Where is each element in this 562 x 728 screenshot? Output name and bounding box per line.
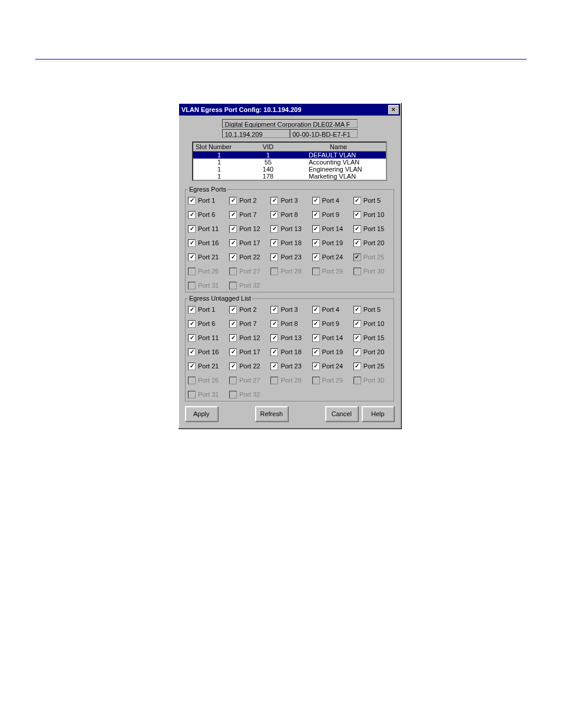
egress-port-14[interactable]: Port 14 [312, 223, 350, 234]
egress-port-5[interactable]: Port 5 [353, 195, 391, 206]
egress-port-15-checkbox[interactable] [353, 225, 361, 233]
egress-port-9[interactable]: Port 9 [312, 209, 350, 220]
egress-port-23[interactable]: Port 23 [270, 252, 308, 262]
egress-port-16[interactable]: Port 16 [188, 238, 226, 248]
apply-button[interactable]: Apply [185, 406, 218, 421]
egress-port-19[interactable]: Port 19 [312, 238, 350, 248]
vlan-list[interactable]: Slot Number VID Name 11DEFAULT VLAN155Ac… [192, 141, 387, 181]
vlan-row[interactable]: 1178Marketing VLAN [193, 173, 386, 180]
untagged-port-17[interactable]: Port 17 [229, 347, 267, 357]
egress-port-17-checkbox[interactable] [229, 239, 237, 247]
untagged-port-20[interactable]: Port 20 [353, 347, 391, 357]
egress-port-14-checkbox[interactable] [312, 225, 320, 233]
untagged-port-15-checkbox[interactable] [353, 334, 361, 342]
untagged-port-12[interactable]: Port 12 [229, 332, 267, 343]
untagged-port-2[interactable]: Port 2 [229, 304, 267, 315]
untagged-port-11-checkbox[interactable] [188, 334, 196, 342]
egress-port-8[interactable]: Port 8 [270, 209, 308, 220]
untagged-port-18-checkbox[interactable] [270, 348, 278, 356]
untagged-port-1[interactable]: Port 1 [188, 304, 226, 315]
untagged-port-20-checkbox[interactable] [353, 348, 361, 356]
egress-port-24-checkbox[interactable] [312, 253, 320, 261]
untagged-port-25[interactable]: Port 25 [353, 361, 391, 371]
untagged-port-1-checkbox[interactable] [188, 306, 196, 314]
egress-port-8-checkbox[interactable] [270, 211, 278, 219]
untagged-port-19-checkbox[interactable] [312, 348, 320, 356]
egress-port-7-checkbox[interactable] [229, 211, 237, 219]
egress-port-11-checkbox[interactable] [188, 225, 196, 233]
egress-port-24[interactable]: Port 24 [312, 252, 350, 262]
untagged-port-22-checkbox[interactable] [229, 363, 237, 370]
egress-port-13-checkbox[interactable] [270, 225, 278, 233]
egress-port-6-checkbox[interactable] [188, 211, 196, 219]
egress-port-1[interactable]: Port 1 [188, 195, 226, 206]
untagged-port-15[interactable]: Port 15 [353, 332, 391, 343]
untagged-port-23-checkbox[interactable] [270, 363, 278, 370]
untagged-port-23[interactable]: Port 23 [270, 361, 308, 371]
untagged-port-7-checkbox[interactable] [229, 320, 237, 328]
egress-port-4-checkbox[interactable] [312, 197, 320, 205]
untagged-port-13-checkbox[interactable] [270, 334, 278, 342]
untagged-port-24[interactable]: Port 24 [312, 361, 350, 371]
titlebar[interactable]: VLAN Egress Port Config: 10.1.194.209 ✕ [179, 104, 400, 116]
egress-port-6[interactable]: Port 6 [188, 209, 226, 220]
egress-port-12[interactable]: Port 12 [229, 223, 267, 234]
untagged-port-9-checkbox[interactable] [312, 320, 320, 328]
vlan-row[interactable]: 155Accounting VLAN [193, 159, 386, 166]
egress-port-4[interactable]: Port 4 [312, 195, 350, 206]
egress-port-5-checkbox[interactable] [353, 197, 361, 205]
refresh-button[interactable]: Refresh [255, 406, 288, 421]
egress-port-13[interactable]: Port 13 [270, 223, 308, 234]
untagged-port-3-checkbox[interactable] [270, 306, 278, 314]
egress-port-15[interactable]: Port 15 [353, 223, 391, 234]
egress-port-12-checkbox[interactable] [229, 225, 237, 233]
egress-port-18-checkbox[interactable] [270, 239, 278, 247]
untagged-port-7[interactable]: Port 7 [229, 318, 267, 329]
untagged-port-5-checkbox[interactable] [353, 306, 361, 314]
egress-port-16-checkbox[interactable] [188, 239, 196, 247]
egress-port-10[interactable]: Port 10 [353, 209, 391, 220]
egress-port-18[interactable]: Port 18 [270, 238, 308, 248]
cancel-button[interactable]: Cancel [325, 406, 358, 421]
egress-port-2-checkbox[interactable] [229, 197, 237, 205]
untagged-port-12-checkbox[interactable] [229, 334, 237, 342]
untagged-port-14[interactable]: Port 14 [312, 332, 350, 343]
egress-port-20[interactable]: Port 20 [353, 238, 391, 248]
untagged-port-19[interactable]: Port 19 [312, 347, 350, 357]
untagged-port-22[interactable]: Port 22 [229, 361, 267, 371]
untagged-port-10[interactable]: Port 10 [353, 318, 391, 329]
egress-port-3[interactable]: Port 3 [270, 195, 308, 206]
untagged-port-16-checkbox[interactable] [188, 348, 196, 356]
egress-port-20-checkbox[interactable] [353, 239, 361, 247]
untagged-port-17-checkbox[interactable] [229, 348, 237, 356]
untagged-port-6-checkbox[interactable] [188, 320, 196, 328]
untagged-port-14-checkbox[interactable] [312, 334, 320, 342]
untagged-port-21[interactable]: Port 21 [188, 361, 226, 371]
egress-port-7[interactable]: Port 7 [229, 209, 267, 220]
untagged-port-18[interactable]: Port 18 [270, 347, 308, 357]
untagged-port-2-checkbox[interactable] [229, 306, 237, 314]
untagged-port-8[interactable]: Port 8 [270, 318, 308, 329]
egress-port-19-checkbox[interactable] [312, 239, 320, 247]
egress-port-17[interactable]: Port 17 [229, 238, 267, 248]
egress-port-3-checkbox[interactable] [270, 197, 278, 205]
untagged-port-8-checkbox[interactable] [270, 320, 278, 328]
untagged-port-21-checkbox[interactable] [188, 363, 196, 370]
egress-port-22[interactable]: Port 22 [229, 252, 267, 262]
untagged-port-13[interactable]: Port 13 [270, 332, 308, 343]
egress-port-2[interactable]: Port 2 [229, 195, 267, 206]
untagged-port-3[interactable]: Port 3 [270, 304, 308, 315]
untagged-port-16[interactable]: Port 16 [188, 347, 226, 357]
vlan-row[interactable]: 11DEFAULT VLAN [193, 151, 386, 159]
egress-port-22-checkbox[interactable] [229, 253, 237, 261]
untagged-port-6[interactable]: Port 6 [188, 318, 226, 329]
untagged-port-4-checkbox[interactable] [312, 306, 320, 314]
egress-port-9-checkbox[interactable] [312, 211, 320, 219]
egress-port-1-checkbox[interactable] [188, 197, 196, 205]
untagged-port-4[interactable]: Port 4 [312, 304, 350, 315]
egress-port-23-checkbox[interactable] [270, 253, 278, 261]
untagged-port-5[interactable]: Port 5 [353, 304, 391, 315]
close-icon[interactable]: ✕ [388, 105, 399, 114]
untagged-port-11[interactable]: Port 11 [188, 332, 226, 343]
help-button[interactable]: Help [362, 406, 395, 421]
